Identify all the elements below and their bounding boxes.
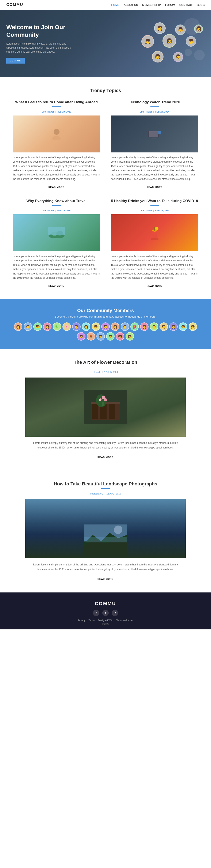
svg-point-24	[104, 398, 107, 401]
member-avatar: 🧑	[160, 322, 168, 331]
nav-forum[interactable]: FORUM	[165, 3, 175, 6]
footer-terms-link[interactable]: Terms	[89, 619, 95, 622]
trendy-section-title: Trendy Topics	[13, 88, 198, 93]
topic-meta-3: Life, Travel | FEB 29, 2020	[13, 209, 100, 212]
article-landscape-image	[25, 499, 186, 558]
hero-avatars: 👩 👨 👧 👩 👦 🧑 👨 👩	[129, 22, 205, 65]
topic-meta-2: Life, Travel | FEB 29, 2024	[111, 111, 198, 113]
footer-template-link[interactable]: TemplateToaster	[116, 619, 133, 622]
divider-3	[52, 205, 61, 206]
topic-body-2: Lorem Ipsum is simply dummy text of the …	[111, 155, 198, 181]
hero-avatar-1: 👩	[154, 22, 166, 34]
member-avatar: 👩	[97, 332, 105, 341]
topic-title-2: Technology Watch Trend 2020	[111, 100, 198, 105]
nav-membership[interactable]: MEMBERSHIP	[142, 3, 161, 6]
svg-point-14	[155, 227, 159, 230]
svg-rect-9	[48, 227, 65, 235]
read-more-button-4[interactable]: READ MORE	[142, 283, 167, 289]
topic-meta-1: Life, Travel | FEB 29, 2020	[13, 111, 100, 113]
svg-point-1	[52, 136, 61, 140]
article-landscape-title: How to Take Beautiful Landscape Photogra…	[25, 481, 186, 487]
join-us-button[interactable]: JOIN US	[6, 58, 25, 64]
topic-image-2	[111, 116, 198, 152]
member-avatar: 👨	[72, 322, 81, 331]
read-more-button-1[interactable]: READ MORE	[44, 184, 69, 190]
topics-grid: What it Feels to return Home after Livin…	[13, 100, 198, 289]
member-avatar: 👩	[82, 322, 90, 331]
article-flowers-body: Lorem Ipsum is simply dummy text of the …	[32, 441, 179, 450]
article-flowers-image	[25, 377, 186, 437]
member-avatar: 🌻	[87, 332, 95, 341]
svg-point-10	[150, 238, 159, 240]
topic-body-3: Lorem Ipsum is simply dummy text of the …	[13, 254, 100, 280]
svg-point-5	[158, 131, 161, 134]
footer-social: f t R	[6, 610, 205, 616]
svg-point-31	[114, 526, 122, 534]
member-avatar: 🧑	[101, 322, 110, 331]
member-avatar: 👨	[77, 332, 85, 341]
footer-privacy-link[interactable]: Privacy	[78, 619, 85, 622]
rss-icon[interactable]: R	[112, 610, 118, 616]
topic-card-4: 5 Healthy Drinks you Want to Take during…	[111, 198, 198, 289]
member-avatar: 👦	[92, 322, 100, 331]
svg-rect-18	[92, 404, 98, 419]
topic-body-4: Lorem Ipsum is simply dummy text of the …	[111, 254, 198, 280]
svg-rect-3	[149, 131, 158, 137]
footer-copyright: © 2020	[6, 623, 205, 625]
topic-card-2: Technology Watch Trend 2020 Life, Travel…	[111, 100, 198, 190]
trendy-topics-section: Trendy Topics What it Feels to return Ho…	[0, 77, 211, 300]
facebook-icon[interactable]: f	[93, 610, 99, 616]
nav-links: HOME ABOUT US MEMBERSHIP FORUM CONTACT B…	[111, 3, 205, 6]
member-avatar: 👩	[126, 332, 134, 341]
nav-logo: COMMU	[6, 3, 23, 7]
topic-card-3: Why Everything Know about Travel Life, T…	[13, 198, 100, 289]
article-flowers-title: The Art of Flower Decoration	[25, 360, 186, 365]
footer-designed-link[interactable]: Designed With	[98, 619, 113, 622]
deco-bubble-3	[185, 49, 192, 56]
topic-image-4	[111, 214, 198, 251]
footer: COMMU f t R Privacy Terms Designed With …	[0, 592, 211, 629]
nav-about[interactable]: ABOUT US	[124, 3, 138, 6]
article-flowers-section: The Art of Flower Decoration Lifestyle |…	[0, 349, 211, 471]
member-avatar: 👩	[140, 322, 148, 331]
hero-avatar-5: 👦	[186, 36, 196, 46]
member-avatar: 👦	[179, 322, 187, 331]
topic-meta-4: Life, Travel | FEB 29, 2020	[111, 209, 198, 212]
member-avatar: 👨	[24, 322, 32, 331]
nav-contact[interactable]: CONTACT	[179, 3, 192, 6]
nav-blog[interactable]: BLOG	[197, 3, 205, 6]
svg-rect-30	[84, 537, 127, 542]
hero-title: Welcome to Join Our Community	[6, 24, 78, 39]
svg-rect-11	[152, 230, 157, 238]
read-more-button-2[interactable]: READ MORE	[142, 184, 167, 190]
nav-home[interactable]: HOME	[111, 3, 119, 7]
article-flowers-meta: Lifestyle | 12 JUN, 2020	[25, 371, 186, 373]
hero-avatar-8: 👩	[194, 25, 203, 33]
svg-point-0	[54, 129, 60, 135]
twitter-icon[interactable]: t	[102, 610, 109, 616]
member-avatar: 👨	[150, 322, 158, 331]
read-more-flowers-button[interactable]: READ MORE	[93, 454, 118, 460]
member-avatar: 👧	[189, 322, 197, 331]
topic-title-3: Why Everything Know about Travel	[13, 198, 100, 204]
read-more-button-3[interactable]: READ MORE	[44, 283, 69, 289]
member-avatar: 👩	[169, 322, 178, 331]
member-avatar: 👩	[14, 322, 22, 331]
topic-card-1: What it Feels to return Home after Livin…	[13, 100, 100, 190]
read-more-landscape-button[interactable]: READ MORE	[93, 576, 118, 582]
svg-point-23	[99, 398, 102, 401]
hero-avatar-3: 👧	[141, 35, 154, 48]
article-landscape-meta: Photography | 12 AUG, 2019	[25, 492, 186, 495]
member-avatar: 🧑	[116, 332, 124, 341]
divider-1	[52, 106, 61, 107]
article-landscape-body: Lorem Ipsum is simply dummy text of the …	[32, 562, 179, 571]
hero-avatar-6: 🧑	[152, 51, 164, 62]
divider-4	[150, 205, 159, 206]
footer-links: Privacy Terms Designed With TemplateToas…	[6, 619, 205, 622]
divider-2	[150, 106, 159, 107]
member-avatar: 👩	[43, 322, 51, 331]
topic-body-1: Lorem Ipsum is simply dummy text of the …	[13, 155, 100, 181]
member-avatar: 🧒	[33, 322, 42, 331]
svg-rect-20	[109, 404, 115, 419]
hero-section: Welcome to Join Our Community Lorem Ipsu…	[0, 10, 211, 77]
